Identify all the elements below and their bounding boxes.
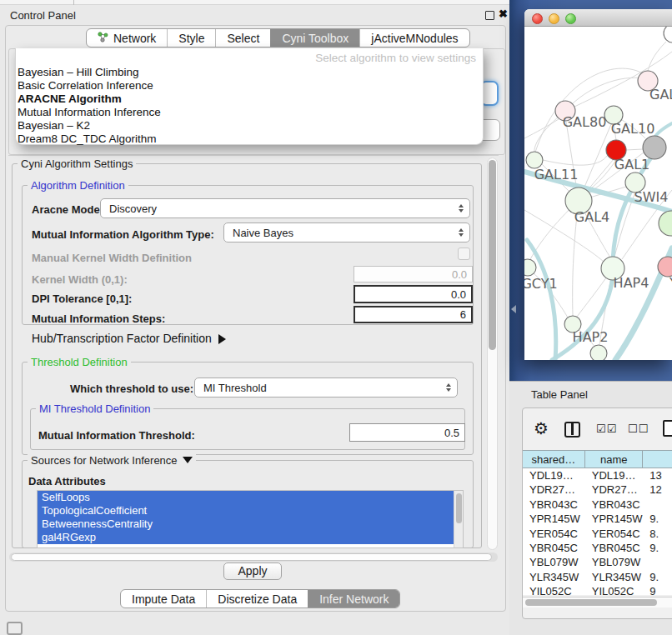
which-threshold-value: MI Threshold <box>203 382 267 394</box>
network-node[interactable] <box>590 345 607 360</box>
network-node[interactable] <box>643 136 666 159</box>
tab-infer-network[interactable]: Infer Network <box>308 590 399 608</box>
attribute-list-scrollbar[interactable] <box>454 491 463 548</box>
hub-definition-expander[interactable]: Hub/Transcription Factor Definition <box>32 332 226 345</box>
table-cell: YBR045C <box>585 541 644 555</box>
scrollbar-thumb[interactable] <box>525 599 657 606</box>
table-cell: YBL079W <box>523 555 585 569</box>
apply-button[interactable]: Apply <box>223 562 282 580</box>
algorithm-option[interactable]: Basic Correlation Inference <box>16 79 483 92</box>
scrollbar-thumb[interactable] <box>489 160 496 350</box>
mi-type-label: Mutual Information Algorithm Type: <box>32 228 214 241</box>
table-container: ⚙ ☑☑ ☐☐ shared… name YDL19…YDL19…13YDR27… <box>522 408 672 619</box>
table-cell: 9. <box>643 541 672 555</box>
table-row[interactable]: YDR27…YDR27…12 <box>523 482 672 497</box>
gear-icon[interactable]: ⚙ <box>534 418 549 438</box>
close-panel-icon[interactable]: ✖ <box>499 8 508 20</box>
select-all-checkboxes-icon[interactable]: ☑☑ <box>596 422 617 435</box>
algorithm-option[interactable]: Mutual Information Inference <box>16 106 483 119</box>
settings-horizontal-scrollbar[interactable] <box>9 552 498 562</box>
manual-kernel-label: Manual Kernel Width Definition <box>32 252 192 264</box>
table-row[interactable]: YPR145WYPR145W9. <box>523 512 672 526</box>
mi-threshold-field[interactable]: 0.5 <box>349 423 465 442</box>
network-node[interactable] <box>664 27 672 42</box>
attribute-item-selected[interactable]: gal4RGexp <box>38 531 463 544</box>
mi-threshold-label: Mutual Information Threshold: <box>38 429 195 442</box>
kernel-width-label: Kernel Width (0,1): <box>32 273 128 286</box>
algorithm-option[interactable]: Bayesian – K2 <box>16 119 483 132</box>
table-row[interactable]: YER054CYER054C8. <box>523 527 672 541</box>
tab-select[interactable]: Select <box>215 29 270 47</box>
attribute-item-selected[interactable]: SelfLoops <box>38 491 463 504</box>
network-node-label: SWI4 <box>634 189 669 205</box>
table-cell: YLR345W <box>585 570 644 584</box>
tab-cyni-toolbox[interactable]: Cyni Toolbox <box>270 29 359 47</box>
table-cell: YDL19… <box>523 468 585 482</box>
mi-type-combo[interactable]: Naive Bayes <box>223 222 470 242</box>
mi-steps-field[interactable]: 6 <box>354 306 473 323</box>
splitter-collapse-icon[interactable] <box>511 305 516 313</box>
table-cell: 13 <box>643 468 672 482</box>
zoom-window-icon[interactable] <box>565 13 576 24</box>
table-row[interactable]: YBL079WYBL079W <box>523 555 672 569</box>
tab-jactivemnodules[interactable]: jActiveMNodules <box>359 29 469 47</box>
mi-type-value: Naive Bayes <box>233 227 293 239</box>
network-node-label: GAL1 <box>614 157 649 172</box>
network-edge <box>524 116 564 138</box>
scrollbar-thumb[interactable] <box>11 553 492 561</box>
aracne-mode-label: Aracne Mode: <box>32 203 103 216</box>
deselect-checkboxes-icon[interactable]: ☐☐ <box>628 422 649 435</box>
algorithm-option[interactable]: ARACNE Algorithm <box>16 92 483 106</box>
attribute-item-selected[interactable]: BetweennessCentrality <box>38 518 463 531</box>
network-node[interactable] <box>526 152 543 168</box>
new-table-icon[interactable] <box>663 420 672 437</box>
network-edge <box>626 149 643 150</box>
collapse-down-icon <box>183 457 193 463</box>
algorithm-definition-title: Algorithm Definition <box>28 179 128 192</box>
algorithm-dropdown-popup: Select algorithm to view settings Bayesi… <box>15 48 484 145</box>
aracne-mode-combo[interactable]: Discovery <box>100 198 470 218</box>
tab-label: Cyni Toolbox <box>282 32 349 45</box>
close-window-icon[interactable] <box>532 13 543 24</box>
dpi-tolerance-value: 0.0 <box>451 288 466 301</box>
table-row[interactable]: YLR345WYLR345W9. <box>523 570 672 584</box>
table-cell: 9 <box>643 584 672 595</box>
network-window-titlebar[interactable] <box>524 9 672 27</box>
float-panel-icon[interactable] <box>485 11 494 20</box>
column-header-extra[interactable] <box>643 451 672 468</box>
scrollbar-thumb[interactable] <box>456 493 462 523</box>
app-toolbar-edge <box>0 0 510 5</box>
minimize-window-icon[interactable] <box>549 13 559 24</box>
column-layout-icon[interactable] <box>564 422 580 438</box>
table-row[interactable]: YBR043CYBR043C <box>523 498 672 512</box>
column-header-shared-name[interactable]: shared… <box>523 451 585 468</box>
attribute-item-selected[interactable]: TopologicalCoefficient <box>38 504 463 518</box>
table-panel-title: Table Panel <box>531 388 588 401</box>
tab-network[interactable]: Network <box>87 29 167 47</box>
algorithm-option[interactable]: Dream8 DC_TDC Algorithm <box>16 132 483 146</box>
algorithm-dropdown-hint: Select algorithm to view settings <box>16 51 483 66</box>
tab-label: Network <box>113 32 156 45</box>
network-node-label: GAL <box>649 87 672 102</box>
tab-style[interactable]: Style <box>167 29 215 47</box>
tab-impute-data[interactable]: Impute Data <box>121 590 206 608</box>
minimized-panel-icon[interactable] <box>7 622 23 635</box>
table-rows: YDL19…YDL19…13YDR27…YDR27…12YBR043CYBR04… <box>523 468 672 595</box>
settings-vertical-scrollbar[interactable] <box>487 158 498 550</box>
sources-group-title[interactable]: Sources for Network Inference <box>28 454 196 467</box>
which-threshold-combo[interactable]: MI Threshold <box>194 378 458 398</box>
dpi-tolerance-field[interactable]: 0.0 <box>354 285 473 303</box>
algorithm-option[interactable]: Bayesian – Hill Climbing <box>16 66 483 79</box>
column-header-name[interactable]: name <box>585 451 644 468</box>
table-horizontal-scrollbar[interactable] <box>523 597 672 608</box>
table-row[interactable]: YBR045CYBR045C9. <box>523 541 672 555</box>
table-cell: YDR27… <box>523 482 585 497</box>
tab-discretize-data[interactable]: Discretize Data <box>206 590 308 608</box>
network-canvas[interactable]: GALGAL80GAL10GAL1GAL11SWI4GAL4GCY1HAP4YH… <box>524 27 672 360</box>
network-node[interactable] <box>659 211 672 236</box>
network-window[interactable]: GALGAL80GAL10GAL1GAL11SWI4GAL4GCY1HAP4YH… <box>524 9 672 360</box>
which-threshold-label: Which threshold to use: <box>70 382 193 395</box>
table-row[interactable]: YDL19…YDL19…13 <box>523 468 672 482</box>
table-row[interactable]: YIL052CYIL052C9 <box>523 584 672 595</box>
table-header-row: shared… name <box>523 450 672 468</box>
